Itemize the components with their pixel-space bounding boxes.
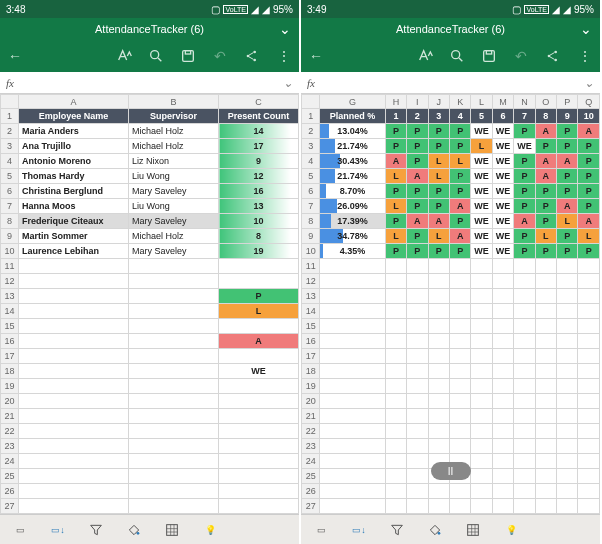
cell[interactable]: P: [449, 124, 470, 139]
cell[interactable]: P: [535, 244, 556, 259]
header-cell[interactable]: 18: [302, 364, 320, 379]
cell[interactable]: P: [385, 214, 406, 229]
cell[interactable]: [320, 424, 385, 439]
cell[interactable]: [557, 394, 578, 409]
cell[interactable]: [385, 274, 406, 289]
cell[interactable]: [578, 274, 600, 289]
cell[interactable]: L: [535, 229, 556, 244]
cell[interactable]: [320, 304, 385, 319]
cell[interactable]: [535, 439, 556, 454]
cell[interactable]: L: [428, 169, 449, 184]
cell[interactable]: [449, 289, 470, 304]
cell[interactable]: P: [449, 244, 470, 259]
cell[interactable]: [19, 409, 129, 424]
cell[interactable]: [578, 379, 600, 394]
cell[interactable]: [385, 334, 406, 349]
cell[interactable]: [407, 394, 428, 409]
cell[interactable]: P: [385, 244, 406, 259]
cell[interactable]: [320, 349, 385, 364]
cell[interactable]: [428, 289, 449, 304]
cell[interactable]: [535, 394, 556, 409]
cell[interactable]: [428, 379, 449, 394]
cell[interactable]: [535, 364, 556, 379]
cell[interactable]: [471, 319, 492, 334]
cell[interactable]: [535, 289, 556, 304]
cell[interactable]: [407, 289, 428, 304]
cell[interactable]: [514, 304, 535, 319]
cell[interactable]: [471, 259, 492, 274]
cell[interactable]: [129, 469, 219, 484]
cell[interactable]: P: [557, 169, 578, 184]
cell[interactable]: [557, 259, 578, 274]
cell[interactable]: P: [407, 244, 428, 259]
cell[interactable]: Antonio Moreno: [19, 154, 129, 169]
cell[interactable]: [557, 499, 578, 514]
cell[interactable]: [514, 499, 535, 514]
cell[interactable]: [449, 409, 470, 424]
cell[interactable]: [514, 334, 535, 349]
cell[interactable]: P: [578, 184, 600, 199]
cell[interactable]: [578, 334, 600, 349]
cell[interactable]: WE: [219, 364, 299, 379]
cell[interactable]: [320, 379, 385, 394]
cell[interactable]: [535, 304, 556, 319]
cell[interactable]: [535, 274, 556, 289]
cell[interactable]: [428, 499, 449, 514]
cell[interactable]: Frederique Citeaux: [19, 214, 129, 229]
cell[interactable]: [385, 364, 406, 379]
cell[interactable]: L: [578, 229, 600, 244]
cell[interactable]: [578, 409, 600, 424]
cell[interactable]: [449, 274, 470, 289]
cell[interactable]: P: [514, 244, 535, 259]
cell[interactable]: P: [407, 154, 428, 169]
cell[interactable]: A: [578, 214, 600, 229]
cell[interactable]: 6: [492, 109, 513, 124]
cell[interactable]: [385, 349, 406, 364]
cell[interactable]: 21.74%: [320, 169, 385, 184]
cell[interactable]: [514, 409, 535, 424]
header-cell[interactable]: J: [428, 95, 449, 109]
header-cell[interactable]: M: [492, 95, 513, 109]
cell[interactable]: [535, 424, 556, 439]
cell[interactable]: [19, 319, 129, 334]
cell[interactable]: [129, 379, 219, 394]
cell[interactable]: [514, 469, 535, 484]
cell[interactable]: [219, 394, 299, 409]
cell[interactable]: L: [385, 229, 406, 244]
cell[interactable]: WE: [492, 184, 513, 199]
header-cell[interactable]: 12: [1, 274, 19, 289]
cell[interactable]: Mary Saveley: [129, 244, 219, 259]
cell[interactable]: [407, 469, 428, 484]
cell[interactable]: [557, 439, 578, 454]
cell[interactable]: [557, 379, 578, 394]
cell[interactable]: [578, 424, 600, 439]
cell[interactable]: [19, 334, 129, 349]
cell[interactable]: P: [407, 184, 428, 199]
cell[interactable]: A: [557, 154, 578, 169]
cell[interactable]: Christina Berglund: [19, 184, 129, 199]
undo-icon[interactable]: ↶: [211, 47, 229, 65]
cell[interactable]: [471, 499, 492, 514]
header-cell[interactable]: 13: [302, 289, 320, 304]
cell[interactable]: P: [557, 229, 578, 244]
cell[interactable]: P: [557, 139, 578, 154]
cell[interactable]: [471, 514, 492, 515]
cell[interactable]: L: [557, 214, 578, 229]
cell[interactable]: [428, 349, 449, 364]
header-cell[interactable]: H: [385, 95, 406, 109]
cell[interactable]: [514, 349, 535, 364]
cell[interactable]: [19, 259, 129, 274]
cell[interactable]: [492, 364, 513, 379]
cell[interactable]: [19, 514, 129, 515]
header-cell[interactable]: 5: [302, 169, 320, 184]
cell[interactable]: P: [514, 199, 535, 214]
cell[interactable]: P: [428, 244, 449, 259]
cell[interactable]: P: [578, 169, 600, 184]
cell[interactable]: [514, 274, 535, 289]
chevron-down-icon[interactable]: ⌄: [580, 21, 592, 37]
cell[interactable]: [219, 259, 299, 274]
bulb-icon[interactable]: 💡: [200, 520, 220, 540]
cell[interactable]: 17.39%: [320, 214, 385, 229]
cell[interactable]: [129, 259, 219, 274]
cell[interactable]: 1: [385, 109, 406, 124]
